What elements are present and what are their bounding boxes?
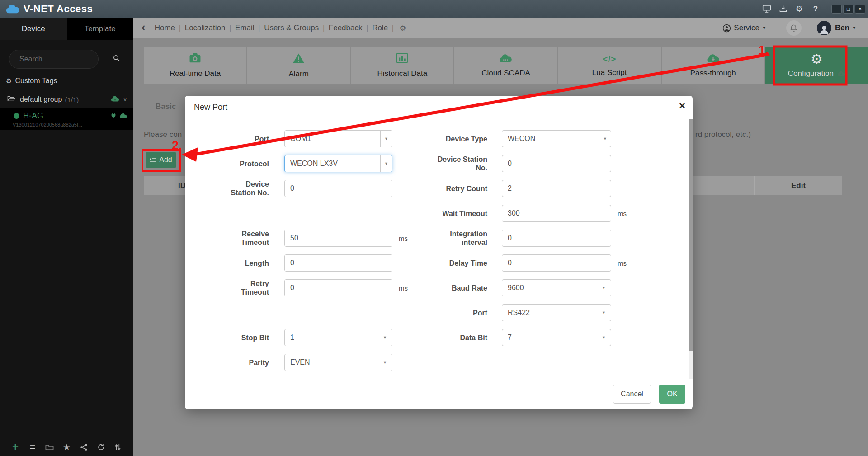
tab-configuration[interactable]: ⚙ Configuration <box>765 47 868 84</box>
cancel-button[interactable]: Cancel <box>613 385 651 404</box>
stop-bit-select[interactable]: 1 ▼ <box>284 329 392 346</box>
device-station-no-left-input[interactable] <box>284 180 392 197</box>
display-icon[interactable] <box>762 5 772 14</box>
star-icon[interactable]: ★ <box>61 442 72 452</box>
maximize-button[interactable]: □ <box>843 5 854 14</box>
cloud-icon[interactable] <box>119 112 127 120</box>
folder-icon[interactable] <box>44 442 55 452</box>
tab-realtime-data[interactable]: Real-time Data <box>144 47 246 84</box>
port-select[interactable]: COM1 ▼ <box>284 130 392 147</box>
scrollbar-thumb[interactable] <box>689 119 693 351</box>
share-icon[interactable] <box>78 442 89 452</box>
tab-cloud-scada[interactable]: Cloud SCADA <box>454 47 557 84</box>
device-plug-icon[interactable] <box>110 112 117 120</box>
field-label: Device Station No. <box>431 155 487 172</box>
device-station-no-right-input[interactable] <box>502 155 611 172</box>
help-icon[interactable]: ? <box>811 5 821 14</box>
breadcrumb-separator: | <box>323 24 325 32</box>
download-icon[interactable] <box>778 5 788 14</box>
breadcrumb-localization[interactable]: Localization <box>185 24 226 33</box>
tab-basic[interactable]: Basic <box>156 102 176 111</box>
caret-down-icon[interactable]: ▼ <box>852 26 856 30</box>
tab-label: Real-time Data <box>170 69 221 78</box>
field-label: Port <box>431 309 487 317</box>
breadcrumb-separator: | <box>259 24 260 32</box>
text-input[interactable] <box>502 230 611 246</box>
add-list-icon <box>150 157 156 163</box>
delay-time-input[interactable] <box>502 254 611 272</box>
data-bit-select[interactable]: 7 ▼ <box>502 329 611 346</box>
device-row-hag[interactable]: H-AG V1300121070200568a882a5f... <box>0 108 133 130</box>
search-icon[interactable] <box>113 55 120 64</box>
list-menu-icon[interactable]: ≡ <box>27 442 38 452</box>
warning-triangle-icon <box>292 53 305 66</box>
breadcrumb-home[interactable]: Home <box>155 24 175 33</box>
folder-open-icon <box>7 95 15 103</box>
tab-pass-through[interactable]: Pass-through <box>662 47 764 84</box>
breadcrumb-users-groups[interactable]: Users & Groups <box>264 24 319 33</box>
sidebar-tab-template[interactable]: Template <box>67 18 134 40</box>
minimize-button[interactable]: – <box>831 5 842 14</box>
tab-historical-data[interactable]: Historical Data <box>351 47 453 84</box>
settings-gear-icon[interactable]: ⚙ <box>794 5 804 14</box>
user-name[interactable]: Ben <box>835 24 849 33</box>
text-input[interactable] <box>502 255 611 271</box>
new-port-modal: New Port × Port COM1 ▼ Device Type WECON… <box>185 96 693 409</box>
tab-label: Cloud SCADA <box>481 69 530 78</box>
breadcrumb-email[interactable]: Email <box>235 24 255 33</box>
field-label: Protocol <box>221 160 269 168</box>
chevron-down-icon[interactable]: ∨ <box>123 96 127 103</box>
sort-icon[interactable] <box>113 442 123 452</box>
add-port-button[interactable]: Add <box>146 152 176 168</box>
cloud-upload-icon[interactable] <box>111 95 119 103</box>
add-device-icon[interactable]: + <box>10 442 21 452</box>
search-box[interactable] <box>9 50 99 69</box>
close-icon[interactable]: × <box>679 100 685 111</box>
tab-lua-script[interactable]: </> Lua Script <box>558 47 661 84</box>
modal-scrollbar[interactable] <box>689 119 693 379</box>
notifications-bell-icon[interactable] <box>786 20 802 36</box>
refresh-icon[interactable] <box>95 442 106 452</box>
retry-timeout-input[interactable] <box>284 279 392 296</box>
group-row[interactable]: default group (1/1) ∨ <box>0 91 133 108</box>
baud-rate-select[interactable]: 9600 ▼ <box>502 279 611 296</box>
text-input[interactable] <box>285 255 392 271</box>
text-input[interactable] <box>285 280 392 296</box>
text-input[interactable] <box>502 155 611 172</box>
service-dropdown[interactable]: Service ▼ <box>722 24 766 33</box>
integration-interval-input[interactable] <box>502 230 611 247</box>
breadcrumb-bar: ‹ Home | Localization | Email | Users & … <box>133 18 868 38</box>
select-value: COM1 <box>290 135 311 143</box>
select-value: WECON <box>508 135 535 143</box>
protocol-select[interactable]: WECON LX3V ▼ <box>284 155 392 172</box>
text-input[interactable] <box>285 180 392 197</box>
ok-button[interactable]: OK <box>659 385 685 404</box>
custom-tags-row[interactable]: ⚙ Custom Tags <box>6 77 133 85</box>
select-arrow-icon: ▼ <box>384 136 388 141</box>
breadcrumb-gear-icon[interactable]: ⚙ <box>400 24 406 33</box>
sidebar-tab-device[interactable]: Device <box>0 18 67 40</box>
select-arrow-icon: ▼ <box>602 335 606 340</box>
online-status-dot <box>14 113 19 119</box>
unit-label: ms <box>618 210 627 217</box>
length-input[interactable] <box>284 254 392 272</box>
close-window-button[interactable]: × <box>855 5 865 14</box>
receive-timeout-input[interactable] <box>284 230 392 247</box>
parity-select[interactable]: EVEN ▼ <box>284 354 392 371</box>
breadcrumb-role[interactable]: Role <box>372 24 388 33</box>
wait-timeout-input[interactable] <box>502 205 611 222</box>
modal-header: New Port × <box>185 96 693 119</box>
retry-count-input[interactable] <box>502 180 611 197</box>
search-input[interactable] <box>19 55 113 63</box>
back-chevron-icon[interactable]: ‹ <box>142 20 146 34</box>
breadcrumb-separator: | <box>367 24 368 32</box>
breadcrumb-feedback[interactable]: Feedback <box>329 24 363 33</box>
select-value: 7 <box>508 334 512 342</box>
text-input[interactable] <box>285 230 392 246</box>
port-type-select[interactable]: RS422 ▼ <box>502 304 611 321</box>
tab-alarm[interactable]: Alarm <box>247 47 350 84</box>
device-type-select[interactable]: WECON ▼ <box>502 130 611 147</box>
text-input[interactable] <box>502 205 611 221</box>
text-input[interactable] <box>502 180 611 197</box>
user-avatar[interactable] <box>817 21 831 35</box>
